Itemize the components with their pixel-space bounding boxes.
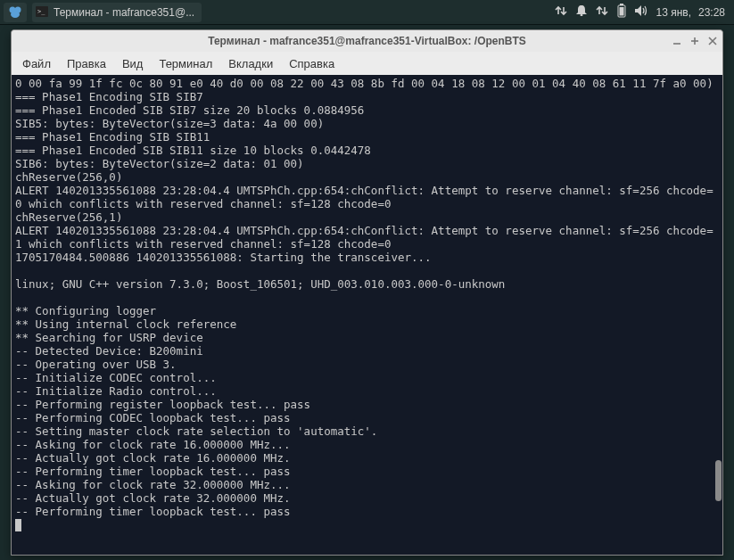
terminal-cursor — [15, 519, 21, 531]
clock-time: 23:28 — [698, 6, 725, 19]
terminal-scrollbar[interactable] — [713, 75, 722, 555]
menu-edit[interactable]: Правка — [67, 57, 106, 70]
system-panel: >_ Терминал - mafrance351@... 13 янв, 23… — [0, 0, 734, 25]
app-launcher-button[interactable] — [4, 3, 27, 22]
network-down-icon[interactable] — [596, 4, 608, 20]
terminal-icon: >_ — [36, 6, 48, 19]
taskbar-item-label: Терминал - mafrance351@... — [54, 6, 194, 19]
xfce-mouse-icon — [8, 5, 22, 20]
notification-bell-icon[interactable] — [576, 4, 587, 20]
scrollbar-thumb[interactable] — [715, 460, 722, 501]
clock-date: 13 янв, — [656, 6, 691, 19]
close-button[interactable] — [708, 35, 717, 48]
svg-rect-5 — [581, 14, 583, 16]
terminal-window: Терминал - mafrance351@mafrance351-Virtu… — [11, 29, 723, 556]
volume-icon[interactable] — [635, 4, 648, 20]
system-tray — [555, 4, 656, 21]
menu-file[interactable]: Файл — [22, 57, 51, 70]
svg-rect-8 — [620, 7, 624, 16]
menu-tabs[interactable]: Вкладки — [228, 57, 273, 70]
minimize-button[interactable] — [672, 35, 681, 48]
svg-point-2 — [11, 11, 20, 18]
menu-view[interactable]: Вид — [122, 57, 144, 70]
menu-bar: Файл Правка Вид Терминал Вкладки Справка — [12, 52, 722, 75]
menu-terminal[interactable]: Терминал — [159, 57, 212, 70]
window-titlebar[interactable]: Терминал - mafrance351@mafrance351-Virtu… — [12, 30, 722, 52]
network-up-icon[interactable] — [555, 4, 567, 20]
taskbar-item-terminal[interactable]: >_ Терминал - mafrance351@... — [32, 3, 202, 22]
battery-icon[interactable] — [617, 4, 626, 21]
svg-rect-7 — [620, 4, 623, 5]
svg-text:>_: >_ — [37, 8, 45, 15]
menu-help[interactable]: Справка — [289, 57, 334, 70]
terminal-output[interactable]: 0 00 fa 99 1f fc 0c 80 91 e0 40 d0 00 08… — [12, 75, 722, 555]
window-title: Терминал - mafrance351@mafrance351-Virtu… — [12, 35, 722, 47]
maximize-button[interactable] — [690, 35, 699, 48]
clock[interactable]: 13 янв, 23:28 — [656, 6, 730, 19]
